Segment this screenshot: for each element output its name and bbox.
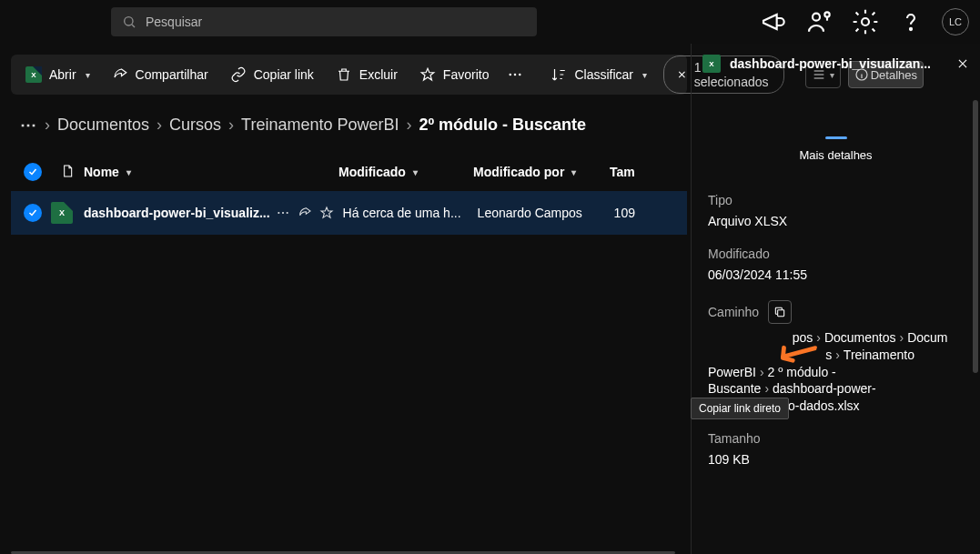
link-icon: [230, 66, 247, 83]
breadcrumb-overflow[interactable]: ⋯: [20, 115, 37, 135]
share-icon[interactable]: [298, 206, 312, 220]
chevron-down-icon: ▾: [413, 167, 418, 177]
copy-path-button[interactable]: [768, 300, 792, 324]
label-modified: Modificado: [708, 247, 964, 261]
row-size: 109: [614, 206, 660, 220]
svg-point-2: [813, 14, 820, 21]
label-size: Tamanho: [708, 431, 964, 446]
open-button[interactable]: X Abrir▾: [16, 61, 99, 88]
gear-icon[interactable]: [851, 7, 880, 36]
breadcrumb-item[interactable]: Treinamento PowerBI: [241, 116, 399, 135]
delete-button[interactable]: Excluir: [327, 61, 407, 88]
value-size: 109 KB: [708, 451, 964, 468]
chevron-down-icon: ▾: [86, 70, 90, 80]
file-icon: [60, 164, 75, 178]
breadcrumb-item[interactable]: Cursos: [169, 116, 221, 135]
star-icon: [419, 66, 436, 83]
breadcrumb-current: 2º módulo - Buscante: [419, 116, 587, 135]
row-modified-by: Leonardo Campos: [478, 206, 614, 220]
search-placeholder: Pesquisar: [146, 15, 202, 29]
col-size[interactable]: Tam: [610, 165, 655, 179]
col-name[interactable]: Nome▾: [84, 165, 338, 179]
table-row[interactable]: X dashboard-power-bi_visualiz... Há cerc…: [11, 191, 687, 235]
tooltip: Copiar link direto: [691, 398, 789, 419]
breadcrumb: ⋯ › Documentos › Cursos › Treinamento Po…: [11, 109, 691, 153]
vertical-scrollbar[interactable]: [973, 100, 978, 373]
trash-icon: [336, 66, 352, 83]
svg-rect-13: [778, 309, 784, 316]
col-modified-by[interactable]: Modificado por▾: [473, 165, 610, 179]
select-all-check[interactable]: [24, 163, 42, 181]
more-icon[interactable]: [276, 206, 290, 220]
svg-point-6: [510, 74, 512, 76]
label-path: Caminho: [708, 300, 964, 324]
sort-icon: [551, 66, 567, 83]
star-icon[interactable]: [319, 206, 334, 220]
favorite-button[interactable]: Favorito: [410, 61, 499, 88]
svg-line-1: [132, 25, 135, 27]
details-pane: X dashboard-power-bi_visualizan... Mais …: [691, 44, 980, 554]
row-modified: Há cerca de uma h...: [343, 206, 478, 220]
copy-link-button[interactable]: Copiar link: [221, 61, 323, 88]
tab-indicator: [825, 136, 847, 139]
label-type: Tipo: [708, 193, 964, 207]
megaphone-icon[interactable]: [760, 7, 789, 36]
top-bar: Pesquisar LC: [0, 0, 980, 44]
sort-button[interactable]: Classificar▾: [541, 61, 656, 88]
value-modified: 06/03/2024 11:55: [708, 267, 964, 284]
help-icon[interactable]: [896, 7, 925, 36]
tab-more-details[interactable]: Mais detalhes: [799, 148, 872, 162]
chevron-down-icon: ▾: [126, 167, 131, 177]
svg-point-11: [282, 212, 284, 214]
file-list: Nome▾ Modificado▾ Modificado por▾ Tam X …: [11, 153, 687, 235]
details-title: dashboard-power-bi_visualizan...: [730, 56, 947, 71]
svg-point-3: [824, 12, 829, 16]
person-icon[interactable]: [805, 7, 834, 36]
list-header: Nome▾ Modificado▾ Modificado por▾ Tam: [11, 153, 687, 191]
svg-point-0: [125, 17, 133, 25]
main-column: X Abrir▾ Compartilhar Copiar link Exclui…: [0, 44, 691, 554]
close-icon[interactable]: [677, 69, 687, 80]
file-name: dashboard-power-bi_visualiz...: [84, 206, 270, 220]
excel-icon: X: [25, 66, 42, 83]
svg-point-4: [862, 18, 869, 25]
command-bar: X Abrir▾ Compartilhar Copiar link Exclui…: [11, 55, 687, 95]
row-check[interactable]: [24, 204, 42, 222]
chevron-down-icon: ▾: [571, 167, 576, 177]
excel-icon: X: [51, 202, 73, 224]
header-right: LC: [760, 7, 969, 36]
avatar[interactable]: LC: [942, 8, 969, 35]
search-icon: [122, 15, 136, 29]
more-button[interactable]: [501, 61, 529, 88]
svg-point-10: [278, 212, 279, 214]
value-type: Arquivo XLSX: [708, 213, 964, 230]
svg-point-7: [514, 74, 517, 76]
more-icon: [507, 66, 523, 83]
col-modified[interactable]: Modificado▾: [338, 165, 473, 179]
svg-point-5: [910, 28, 912, 30]
excel-icon: X: [702, 55, 721, 73]
search-input[interactable]: Pesquisar: [111, 7, 537, 36]
breadcrumb-item[interactable]: Documentos: [57, 116, 149, 135]
svg-point-12: [286, 212, 288, 214]
share-button[interactable]: Compartilhar: [103, 61, 217, 88]
share-icon: [112, 66, 128, 83]
close-icon[interactable]: [956, 57, 969, 70]
svg-point-8: [519, 74, 521, 76]
chevron-down-icon: ▾: [642, 70, 647, 80]
copy-icon: [773, 306, 786, 318]
